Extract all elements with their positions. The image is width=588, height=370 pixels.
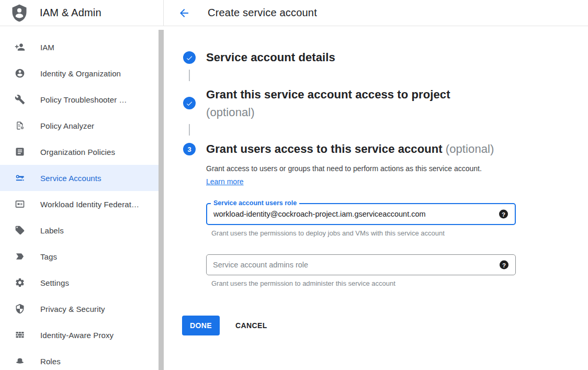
step-1-check-circle [183,51,196,64]
description-text: Grant access to users or groups that nee… [206,164,482,173]
back-arrow-icon[interactable] [178,7,190,19]
step-3-title: Grant users access to this service accou… [206,142,494,156]
policy-analyzer-icon [15,120,25,131]
admins-role-input[interactable] [207,255,515,275]
sidebar-item-label: Policy Troubleshooter … [40,95,127,104]
step-2-optional-label: (optional) [206,105,255,120]
article-icon [15,147,25,157]
sidebar-item-label: Identity & Organization [40,69,121,78]
check-icon [186,99,193,107]
help-icon[interactable]: ? [500,261,508,270]
users-role-floating-label: Service account users role [211,199,299,207]
sidebar-item-label: Tags [40,252,57,261]
sidebar-item-label: IAM [40,43,54,52]
step-3-optional-label: (optional) [446,142,494,155]
person-add-icon [15,42,25,52]
check-icon [186,54,193,62]
step-2-check-circle [183,97,196,109]
sidebar-item-roles[interactable]: Roles [0,348,164,370]
service-account-users-role-field: Service account users role ? [206,203,516,225]
hat-icon [15,356,25,366]
brick-wall-icon [15,330,25,340]
help-icon[interactable]: ? [499,210,508,219]
step-connector [189,70,190,81]
sidebar-item-label: Privacy & Security [40,305,105,313]
wizard-content: Service account details Grant this servi… [164,26,588,370]
sidebar-item-identity-organization[interactable]: Identity & Organization [0,60,164,86]
sidebar-nav: IAMIdentity & OrganizationPolicy Trouble… [0,26,164,370]
wrench-icon [15,94,25,105]
step-3-number: 3 [187,145,191,153]
step-2-title[interactable]: Grant this service account access to pro… [206,87,450,102]
step-connector [189,124,190,136]
step-3-number-circle: 3 [183,143,196,155]
sidebar-item-policy-troubleshooter[interactable]: Policy Troubleshooter … [0,86,164,113]
sidebar-item-labels[interactable]: Labels [0,217,164,243]
cancel-button[interactable]: CANCEL [231,316,272,335]
sidebar-item-label: Service Accounts [40,174,101,183]
iam-admin-shield-icon [10,3,29,24]
sidebar-item-settings[interactable]: Settings [0,270,164,296]
sidebar-item-organization-policies[interactable]: Organization Policies [0,139,164,165]
sidebar-item-service-accounts[interactable]: Service Accounts [0,165,164,191]
sidebar-item-label: Organization Policies [40,148,115,156]
page-header: Create service account [164,0,588,26]
done-button[interactable]: DONE [182,316,220,335]
app-window: IAM & Admin IAMIdentity & OrganizationPo… [0,0,588,370]
sidebar-item-label: Settings [40,278,69,287]
admins-role-helper-text: Grant users the permission to administer… [211,279,395,288]
service-account-admins-role-field: ? [206,254,516,275]
step-1-title[interactable]: Service account details [206,50,335,65]
sidebar-item-label: Roles [40,357,61,366]
sidebar-item-identity-aware-proxy[interactable]: Identity-Aware Proxy [0,322,164,348]
sidebar: IAM & Admin IAMIdentity & OrganizationPo… [0,0,164,370]
shield-half-icon [15,304,25,314]
sidebar-item-iam[interactable]: IAM [0,34,164,60]
service-account-key-icon [15,173,25,183]
users-role-helper-text: Grant users the permissions to deploy jo… [211,229,445,238]
step-3-title-text: Grant users access to this service accou… [206,142,443,155]
sidebar-item-policy-analyzer[interactable]: Policy Analyzer [0,113,164,139]
id-card-icon [15,199,25,209]
sidebar-item-label: Policy Analyzer [40,121,94,130]
main-panel: Create service account Service account d… [164,0,588,370]
label-important-icon [15,251,25,262]
label-tag-icon [15,225,25,236]
sidebar-item-label: Labels [40,226,64,235]
gear-icon [15,277,25,288]
sidebar-item-tags[interactable]: Tags [0,243,164,270]
step-3-description: Grant access to users or groups that nee… [206,162,495,188]
sidebar-item-workload-identity-federat[interactable]: Workload Identity Federat… [0,191,164,217]
sidebar-item-privacy-security[interactable]: Privacy & Security [0,296,164,322]
sidebar-scrollbar-thumb[interactable] [159,30,164,370]
account-circle-icon [15,68,25,79]
sidebar-title: IAM & Admin [40,7,101,19]
sidebar-item-label: Workload Identity Federat… [40,200,139,209]
sidebar-item-label: Identity-Aware Proxy [40,331,114,340]
page-title: Create service account [208,7,317,19]
sidebar-header: IAM & Admin [0,0,164,26]
learn-more-link[interactable]: Learn more [206,177,244,186]
